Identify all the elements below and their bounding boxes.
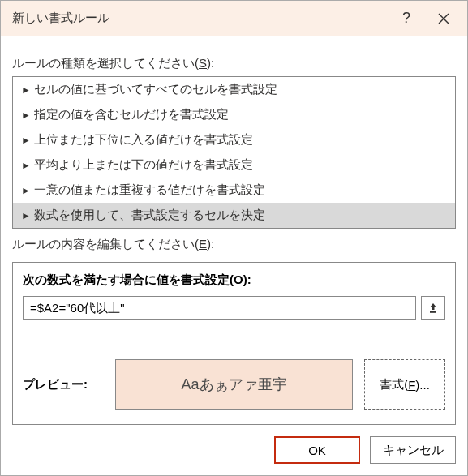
dialog-title: 新しい書式ルール: [12, 11, 388, 26]
preview-sample: Aaあぁアァ亜宇: [115, 359, 353, 410]
rule-type-item[interactable]: ►セルの値に基づいてすべてのセルを書式設定: [13, 77, 455, 102]
ok-button[interactable]: OK: [274, 436, 360, 464]
rule-type-item-label: セルの値に基づいてすべてのセルを書式設定: [34, 82, 277, 97]
range-select-icon: [428, 302, 438, 314]
bullet-icon: ►: [21, 135, 34, 146]
new-formatting-rule-dialog: 新しい書式ルール ? ルールの種類を選択してください(S): ►セルの値に基づい…: [0, 0, 468, 476]
preview-label: プレビュー:: [23, 377, 104, 392]
close-icon: [438, 13, 449, 24]
rule-type-item[interactable]: ►平均より上または下の値だけを書式設定: [13, 152, 455, 178]
help-button[interactable]: ?: [388, 2, 425, 36]
formula-input[interactable]: [23, 296, 416, 320]
formula-header: 次の数式を満たす場合に値を書式設定(O):: [23, 272, 445, 288]
rule-type-item-label: 上位または下位に入る値だけを書式設定: [34, 132, 253, 148]
rule-type-item-label: 一意の値または重複する値だけを書式設定: [34, 182, 265, 198]
rule-type-item-label: 指定の値を含むセルだけを書式設定: [34, 107, 229, 122]
edit-label: ルールの内容を編集してください(E):: [12, 237, 456, 252]
titlebar: 新しい書式ルール ?: [1, 1, 467, 36]
rule-type-item[interactable]: ►指定の値を含むセルだけを書式設定: [13, 102, 455, 127]
preview-row: プレビュー: Aaあぁアァ亜宇 書式(F)...: [23, 359, 445, 410]
close-button[interactable]: [425, 2, 462, 36]
cancel-button[interactable]: キャンセル: [370, 436, 456, 464]
rule-type-label: ルールの種類を選択してください(S):: [12, 56, 456, 71]
bullet-icon: ►: [21, 109, 34, 121]
dialog-footer: OK キャンセル: [1, 436, 467, 475]
formula-row: [23, 296, 445, 320]
rule-type-item[interactable]: ►一意の値または重複する値だけを書式設定: [13, 178, 455, 203]
bullet-icon: ►: [21, 160, 34, 171]
rule-type-item[interactable]: ►上位または下位に入る値だけを書式設定: [13, 127, 455, 152]
rule-type-item-label: 平均より上または下の値だけを書式設定: [34, 157, 253, 173]
format-button[interactable]: 書式(F)...: [364, 359, 445, 410]
edit-panel: 次の数式を満たす場合に値を書式設定(O): プレビュー: Aaあぁアァ亜宇 書式…: [12, 262, 456, 425]
rule-type-item[interactable]: ►数式を使用して、書式設定するセルを決定: [13, 203, 455, 228]
svg-rect-2: [430, 311, 436, 313]
bullet-icon: ►: [21, 185, 34, 196]
dialog-body: ルールの種類を選択してください(S): ►セルの値に基づいてすべてのセルを書式設…: [1, 36, 467, 436]
rule-type-list[interactable]: ►セルの値に基づいてすべてのセルを書式設定►指定の値を含むセルだけを書式設定►上…: [12, 76, 456, 229]
collapse-dialog-button[interactable]: [421, 296, 445, 320]
bullet-icon: ►: [21, 210, 34, 221]
bullet-icon: ►: [21, 84, 34, 96]
rule-type-item-label: 数式を使用して、書式設定するセルを決定: [34, 208, 265, 223]
